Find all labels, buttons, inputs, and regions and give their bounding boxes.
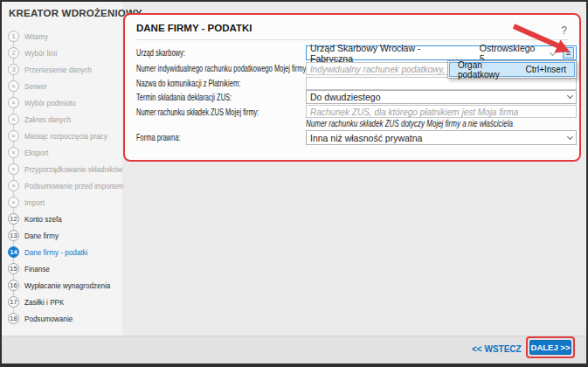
wizard-step[interactable]: ×Podsumowanie przed importem — [8, 177, 121, 194]
hamburger-icon: ≡ — [566, 49, 571, 58]
legal-form-value: Inna niż własność prywatna — [310, 133, 422, 143]
wizard-step[interactable]: 14Dane firmy - podatki — [8, 244, 121, 260]
wizard-step[interactable]: ×Zakres danych — [8, 111, 121, 128]
step-number-badge: 12 — [8, 213, 19, 225]
legal-form-label: Forma prawna: — [136, 131, 180, 144]
chevron-down-icon — [550, 50, 556, 56]
step-number-badge: 15 — [8, 263, 19, 274]
tax-office-value: Urząd Skarbowy Wrocław - Fabryczna — [310, 43, 466, 64]
step-number-badge: 16 — [8, 280, 19, 291]
step-label: Konto szefa — [24, 214, 62, 224]
wizard-step[interactable]: ×Import — [8, 194, 121, 211]
wizard-step[interactable]: 3Przeniesienie danych — [8, 61, 121, 78]
step-label: Podsumowanie — [24, 314, 73, 323]
legal-form-select[interactable]: Inna niż własność prywatna — [306, 130, 577, 145]
back-button[interactable]: << WSTECZ — [472, 344, 522, 354]
menu-item-label: Organ podatkowy — [458, 60, 526, 80]
step-number-badge: × — [8, 80, 19, 92]
zus-account-input[interactable] — [306, 105, 577, 118]
step-label: Import — [24, 197, 45, 207]
wizard-step[interactable]: 15Finanse — [8, 260, 121, 277]
wizard-step[interactable]: 2Wybór linii — [8, 45, 121, 61]
wizard-window: KREATOR WDROŻENIOWY 1Witamy2Wybór linii3… — [0, 0, 588, 367]
step-label: Wybór linii — [24, 48, 57, 58]
zus-deadline-label: Termin składania deklaracji ZUS: — [136, 91, 232, 104]
step-number-badge: 2 — [8, 47, 19, 59]
step-label: Miesiąc rozpoczęcia pracy — [24, 131, 107, 141]
individual-tax-account-label: Numer indywidualnego rachunku podatkoweg… — [136, 62, 308, 75]
wizard-step[interactable]: ×Serwer — [8, 78, 121, 94]
step-number-badge: × — [8, 163, 19, 175]
context-menu: Organ podatkowy Ctrl+Insert — [447, 60, 577, 79]
zus-account-label: Numer rachunku składek ZUS Mojej firmy: — [136, 106, 259, 119]
step-number-badge: × — [8, 147, 19, 158]
wizard-step[interactable]: 18Podsumowanie — [8, 310, 121, 327]
wizard-step[interactable]: 1Witamy — [8, 28, 121, 45]
platnik-name-input[interactable] — [306, 77, 577, 90]
form-card-annotation-box: DANE FIRMY - PODATKI ? Urząd skarbowy: U… — [123, 13, 581, 162]
annotation-next-button-outline: DALEJ >> — [526, 336, 575, 358]
step-label: Zasiłki i PPK — [24, 297, 64, 307]
tax-office-combobox[interactable]: Urząd Skarbowy Wrocław - Fabryczna Ostro… — [306, 45, 577, 60]
step-label: Podsumowanie przed importem — [24, 181, 124, 190]
step-label: Finanse — [24, 264, 50, 274]
step-label: Dane firmy - podatki — [24, 247, 87, 257]
page-title: DANE FIRMY - PODATKI — [136, 23, 252, 33]
step-label: Przyporządkowanie składników — [24, 164, 122, 174]
step-number-badge: 13 — [8, 230, 19, 241]
app-title: KREATOR WDROŻENIOWY — [9, 8, 142, 18]
tax-office-menu-button[interactable]: ≡ — [563, 47, 574, 59]
zus-deadline-select[interactable]: Do dwudziestego — [306, 90, 577, 104]
tax-office-label: Urząd skarbowy: — [136, 46, 185, 59]
step-label: Witamy — [24, 31, 48, 41]
wizard-step[interactable]: ×Miesiąc rozpoczęcia pracy — [8, 128, 121, 144]
step-label: Przeniesienie danych — [24, 65, 92, 74]
step-number-badge: 18 — [8, 313, 19, 324]
title-separator — [136, 39, 568, 40]
menu-item-shortcut: Ctrl+Insert — [526, 65, 566, 74]
wizard-step[interactable]: 12Konto szefa — [8, 211, 121, 227]
step-label: Zakres danych — [24, 114, 71, 124]
step-number-badge: × — [8, 114, 19, 125]
step-number-badge: 3 — [8, 64, 19, 75]
step-number-badge: × — [8, 197, 19, 208]
step-label: Dane firmy — [24, 231, 59, 240]
zus-deadline-value: Do dwudziestego — [310, 92, 381, 102]
wizard-steps: 1Witamy2Wybór linii3Przeniesienie danych… — [8, 28, 121, 327]
wizard-step[interactable]: 17Zasiłki i PPK — [8, 294, 121, 310]
zus-account-note: Numer rachunku składek ZUS dotyczy Mojej… — [306, 119, 513, 128]
step-label: Eksport — [24, 148, 48, 157]
wizard-step[interactable]: 13Dane firmy — [8, 227, 121, 244]
step-number-badge: 17 — [8, 296, 19, 308]
context-menu-item-organ-podatkowy[interactable]: Organ podatkowy Ctrl+Insert — [449, 62, 575, 77]
next-button[interactable]: DALEJ >> — [529, 340, 571, 355]
wizard-step[interactable]: ×Eksport — [8, 144, 121, 161]
step-number-badge: 14 — [8, 246, 19, 258]
step-number-badge: × — [8, 130, 19, 142]
step-number-badge: 1 — [8, 31, 19, 42]
wizard-step[interactable]: ×Wybór podmiotu — [8, 94, 121, 111]
platnik-name-label: Nazwa do komunikacji z Płatnikiem: — [136, 77, 240, 90]
step-label: Wybór podmiotu — [24, 98, 76, 107]
step-number-badge: × — [8, 97, 19, 108]
step-label: Wypłacanie wynagrodzenia — [24, 280, 110, 290]
step-number-badge: × — [8, 180, 19, 191]
step-label: Serwer — [24, 81, 47, 91]
help-icon[interactable]: ? — [561, 24, 567, 37]
wizard-step[interactable]: 16Wypłacanie wynagrodzenia — [8, 277, 121, 294]
wizard-step[interactable]: ×Przyporządkowanie składników — [8, 161, 121, 177]
chevron-down-icon — [567, 133, 573, 139]
chevron-down-icon — [567, 93, 573, 99]
